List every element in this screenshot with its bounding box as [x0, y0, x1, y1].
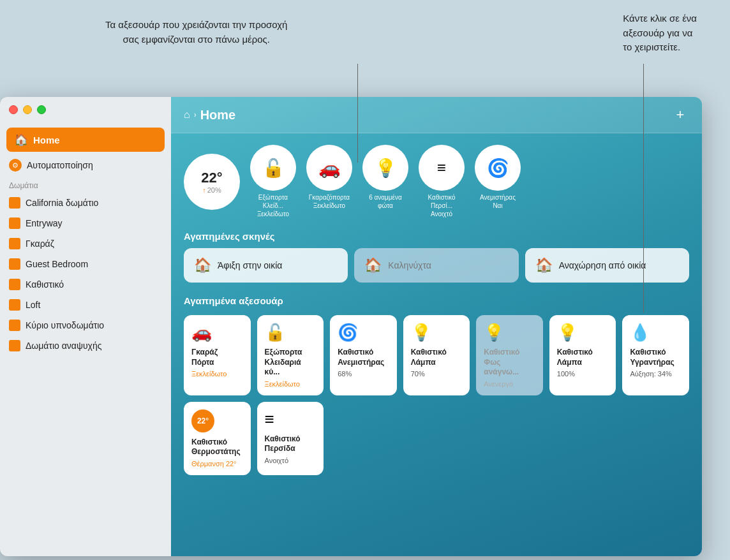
- accessory-circle: 💡: [362, 145, 408, 191]
- maximize-button[interactable]: [37, 105, 46, 114]
- accessory-icon: 💡: [557, 323, 609, 343]
- accessory-icon: 💡: [484, 323, 535, 343]
- accessory-label: Καθιστικό Περσί...Ανοιχτό: [419, 193, 465, 218]
- scene-label: Καληνύχτα: [388, 260, 431, 270]
- breadcrumb: ⌂ › Home: [184, 108, 235, 122]
- accessory-circle: 🌀: [475, 145, 521, 191]
- sidebar-automation-item[interactable]: ⚙ Αυτοματοποίηση: [0, 154, 171, 176]
- scenes-grid: 🏠Άφιξη στην οικία🏠Καληνύχτα🏠Αναχώρηση απ…: [184, 248, 689, 283]
- accessories-row-2: 22° ΚαθιστικόΘερμοστάτης Θέρμανση 22° ≡ …: [171, 402, 702, 488]
- top-accessory-2[interactable]: 💡 6 αναμμέναφώτα: [362, 145, 408, 218]
- scene-button-2[interactable]: 🏠Αναχώρηση από οικία: [525, 248, 689, 283]
- accessory-status: Ανοιχτό: [265, 457, 317, 464]
- top-accessories-items: 🔓 Εξώπορτα Κλείδ...Ξεκλείδωτο 🚗 Γκαραζόπ…: [250, 145, 521, 218]
- accessory-name: ΓκαράζΠόρτα: [191, 348, 243, 367]
- accessory-icon: 🚗: [191, 323, 243, 343]
- temperature-display: 22°: [201, 170, 222, 186]
- sidebar-item-δωμάτιο-αναψυχής[interactable]: Δωμάτιο αναψυχής: [0, 335, 171, 356]
- accessory-card-row2-0[interactable]: 22° ΚαθιστικόΘερμοστάτης Θέρμανση 22°: [184, 402, 251, 475]
- accessory-name: ΚαθιστικόΥγραντήρας: [630, 348, 682, 367]
- top-accessory-3[interactable]: ≡ Καθιστικό Περσί...Ανοιχτό: [419, 145, 465, 218]
- room-icon: [9, 217, 20, 229]
- room-label: Loft: [26, 300, 40, 310]
- top-accessory-1[interactable]: 🚗 ΓκαραζόπορταΞεκλείδωτο: [306, 145, 352, 218]
- accessory-name: ΚαθιστικόΑνεμιστήρας: [338, 348, 389, 367]
- accessory-circle: 🔓: [250, 145, 296, 191]
- accessory-name: ΕξώπορταΚλειδαριά κύ...: [265, 348, 317, 378]
- chevron-icon: ›: [194, 110, 197, 119]
- main-content: ⌂ › Home + 22° ↑ 20% 🔓 Εξώπορτα Κλείδ...…: [171, 97, 702, 556]
- accessory-status: Ξεκλείδωτο: [191, 370, 243, 378]
- sidebar-rooms-list: California δωμάτιοEntrywayΓκαράζGuest Be…: [0, 193, 171, 356]
- room-icon: [9, 279, 20, 290]
- accessory-label: ΑνεμιστήραςΝαι: [480, 193, 516, 210]
- sidebar-home-button[interactable]: 🏠 Home: [6, 128, 165, 152]
- scene-label: Άφιξη στην οικία: [218, 260, 282, 270]
- annotation-right: Κάντε κλικ σε ένα αξεσουάρ για να το χει…: [623, 11, 697, 55]
- accessory-card-0[interactable]: 🚗 ΓκαράζΠόρτα Ξεκλείδωτο: [184, 315, 251, 395]
- sidebar-item-california-δωμάτιο[interactable]: California δωμάτιο: [0, 193, 171, 213]
- accessory-card-3[interactable]: 💡 ΚαθιστικόΛάμπα 70%: [403, 315, 470, 395]
- annotation-left: Τα αξεσουάρ που χρειάζονται την προσοχή …: [105, 18, 287, 47]
- scene-button-0[interactable]: 🏠Άφιξη στην οικία: [184, 248, 348, 283]
- top-accessories-row: 22° ↑ 20% 🔓 Εξώπορτα Κλείδ...Ξεκλείδωτο …: [171, 133, 702, 226]
- humidity-value: 20%: [207, 186, 221, 194]
- sidebar-item-καθιστικό[interactable]: Καθιστικό: [0, 274, 171, 295]
- accessory-card-5[interactable]: 💡 ΚαθιστικόΛάμπα 100%: [549, 315, 616, 395]
- scene-button-1[interactable]: 🏠Καληνύχτα: [354, 248, 518, 283]
- accessory-status: 70%: [411, 370, 463, 378]
- accessory-label: ΓκαραζόπορταΞεκλείδωτο: [309, 193, 350, 210]
- room-icon: [9, 320, 20, 331]
- room-label: Δωμάτιο αναψυχής: [26, 341, 101, 351]
- sidebar-item-γκαράζ[interactable]: Γκαράζ: [0, 233, 171, 254]
- accessory-circle: 🚗: [306, 145, 352, 191]
- annotation-line-right: [643, 64, 644, 313]
- room-label: California δωμάτιο: [26, 198, 98, 208]
- sidebar-automation-label: Αυτοματοποίηση: [27, 160, 93, 170]
- add-button[interactable]: +: [671, 106, 689, 124]
- automation-icon: ⚙: [9, 159, 22, 172]
- accessories-row-1: 🚗 ΓκαράζΠόρτα Ξεκλείδωτο 🔓 ΕξώπορταΚλειδ…: [171, 315, 702, 402]
- top-accessory-0[interactable]: 🔓 Εξώπορτα Κλείδ...Ξεκλείδωτο: [250, 145, 296, 218]
- accessory-status: Ανενεργό: [484, 380, 535, 388]
- accessory-icon: 🌀: [338, 323, 389, 343]
- accessory-card-2[interactable]: 🌀 ΚαθιστικόΑνεμιστήρας 68%: [330, 315, 397, 395]
- accessory-icon: ≡: [265, 409, 317, 429]
- accessory-name: ΚαθιστικόΠερσίδα: [265, 434, 317, 454]
- accessory-status: Αύξηση: 34%: [630, 370, 682, 378]
- room-icon: [9, 299, 20, 311]
- room-label: Κύριο υπνοδωμάτιο: [26, 320, 104, 330]
- accessory-card-6[interactable]: 💧 ΚαθιστικόΥγραντήρας Αύξηση: 34%: [622, 315, 689, 395]
- accessory-label: Εξώπορτα Κλείδ...Ξεκλείδωτο: [250, 193, 296, 218]
- accessory-status: Θέρμανση 22°: [191, 460, 243, 468]
- humidity-display: ↑ 20%: [202, 186, 221, 194]
- rooms-section-label: Δωμάτια: [0, 176, 171, 193]
- scene-icon: 🏠: [194, 257, 211, 274]
- page-title: Home: [200, 108, 236, 122]
- accessory-icon: 💧: [630, 323, 682, 343]
- sidebar-item-κύριο-υπνοδωμάτιο[interactable]: Κύριο υπνοδωμάτιο: [0, 315, 171, 335]
- humidity-arrow: ↑: [202, 186, 206, 194]
- room-label: Καθιστικό: [26, 279, 64, 290]
- scene-label: Αναχώρηση από οικία: [559, 260, 646, 270]
- favorites-section: Αγαπημένα αξεσουάρ: [171, 290, 702, 315]
- top-accessory-4[interactable]: 🌀 ΑνεμιστήραςΝαι: [475, 145, 521, 218]
- room-label: Γκαράζ: [26, 239, 54, 249]
- accessory-status: Ξεκλείδωτο: [265, 380, 317, 388]
- accessory-card-4[interactable]: 💡 ΚαθιστικόΦως ανάγνω... Ανενεργό: [476, 315, 543, 395]
- room-icon: [9, 197, 20, 209]
- minimize-button[interactable]: [23, 105, 32, 114]
- sidebar-item-guest-bedroom[interactable]: Guest Bedroom: [0, 254, 171, 274]
- scene-icon: 🏠: [364, 257, 382, 274]
- accessory-card-row2-1[interactable]: ≡ ΚαθιστικόΠερσίδα Ανοιχτό: [257, 402, 324, 475]
- accessory-card-1[interactable]: 🔓 ΕξώπορταΚλειδαριά κύ... Ξεκλείδωτο: [257, 315, 324, 395]
- sidebar-item-entryway[interactable]: Entryway: [0, 213, 171, 233]
- annotation-line-left: [357, 64, 358, 163]
- room-label: Guest Bedroom: [26, 259, 88, 269]
- close-button[interactable]: [9, 105, 18, 114]
- accessory-circle: ≡: [419, 145, 465, 191]
- weather-widget[interactable]: 22° ↑ 20%: [184, 154, 240, 210]
- traffic-lights: [9, 105, 46, 114]
- sidebar-item-loft[interactable]: Loft: [0, 295, 171, 315]
- scene-icon: 🏠: [535, 257, 553, 274]
